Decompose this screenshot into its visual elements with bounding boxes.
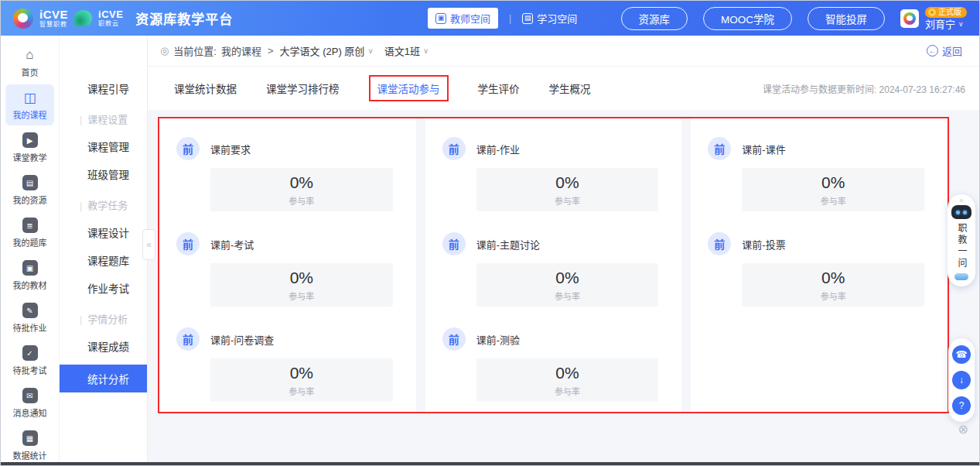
card-title: 课前-主题讨论 [476, 237, 540, 252]
breadcrumb-root[interactable]: 我的课程 [221, 43, 261, 58]
card-head: 前 课前-测验 [442, 327, 659, 351]
download-button[interactable]: ↓ [952, 371, 971, 389]
course-dropdown[interactable]: 大学语文 (2P) 原创 ∨ [280, 43, 374, 58]
class-dropdown[interactable]: 语文1班 ∨ [384, 43, 429, 58]
smart-screencast-button[interactable]: 智能投屏 [808, 7, 885, 30]
participation-stat: 0% 参与率 [210, 263, 393, 307]
sidebar-collapse-button[interactable]: « [142, 229, 155, 260]
sidebar-item-label: 数据统计 [13, 449, 47, 461]
participation-stat: 0% 参与率 [476, 263, 659, 307]
icve-zhijiaoyun-logo-text: iCVE 职教云 [98, 9, 123, 27]
version-badge-label: 正式版 [938, 9, 961, 16]
card-pre-class-courseware: 前 课前-课件 0% 参与率 [691, 128, 948, 223]
tab-student-evaluation[interactable]: 学生评价 [478, 81, 520, 96]
customer-support-button[interactable]: ☎ [952, 345, 971, 364]
back-button[interactable]: ← 返回 [927, 43, 962, 58]
participation-stat: 0% 参与率 [210, 358, 393, 402]
stat-value: 0% [290, 269, 313, 287]
sidebar-item-label: 我的题库 [13, 236, 47, 248]
tab-student-overview[interactable]: 学生概况 [549, 81, 591, 96]
pre-class-badge-icon: 前 [442, 327, 466, 351]
collapse-icon: « [146, 239, 152, 250]
robot-assistant-icon [951, 205, 971, 219]
stat-caption: 参与率 [555, 194, 580, 207]
card-head: 前 课前-投票 [708, 232, 924, 255]
sidebar-item-statistics[interactable]: ▦ 数据统计 [5, 425, 54, 466]
participation-stat: 0% 参与率 [742, 263, 924, 307]
sidebar-item-pending-homework[interactable]: ✎ 待批作业 [5, 297, 54, 338]
stat-value: 0% [555, 364, 579, 382]
participation-stat: 0% 参与率 [742, 168, 924, 211]
textbook-icon: ▣ [22, 260, 38, 276]
tab-activity-participation[interactable]: 课堂活动参与 [369, 75, 449, 101]
sidebar-item-label: 待批考试 [13, 364, 47, 376]
pre-class-badge-icon: 前 [176, 137, 200, 160]
teacher-space-button[interactable]: ▣ 教师空间 [428, 8, 498, 29]
vocational-qa-assistant-button[interactable]: ✳ 职教一问 [948, 194, 975, 286]
user-meta: ★ 正式版 刘育宁 ∨ [925, 7, 967, 29]
assistant-label: 职教一问 [957, 223, 966, 269]
submenu-item-course-management[interactable]: 课程管理 [60, 132, 147, 160]
back-arrow-icon: ← [927, 45, 938, 57]
sidebar-item-textbook[interactable]: ▣ 我的教材 [5, 255, 54, 296]
sidebar-item-my-resources[interactable]: ▤ 我的资源 [5, 170, 54, 211]
submenu-section-teaching-tasks: 教学任务 [60, 191, 147, 218]
submenu-item-course-grades[interactable]: 课程成绩 [60, 332, 147, 360]
card-head: 前 课前-问卷调查 [176, 327, 393, 351]
submenu-item-class-management[interactable]: 班级管理 [60, 160, 147, 188]
sidebar-item-question-bank[interactable]: ≣ 我的题库 [5, 212, 54, 253]
sidebar-item-my-courses[interactable]: ◫ 我的课程 [5, 84, 54, 125]
learning-space-label: 学习空间 [537, 11, 577, 26]
space-switcher: ▣ 教师空间 | ▤ 学习空间 [428, 1, 577, 36]
app-window: iCVE 智慧职教 iCVE 职教云 资源库教学平台 ▣ 教师空间 | ▤ 学习… [0, 0, 980, 466]
icve-zhihui-logo-text: iCVE 智慧职教 [39, 9, 68, 28]
resource-library-button[interactable]: 资源库 [621, 7, 688, 30]
card-head: 前 课前-考试 [176, 232, 393, 255]
breadcrumb-prefix: 当前位置: [173, 43, 217, 58]
card-pre-class-vote: 前 课前-投票 0% 参与率 [691, 223, 948, 318]
participation-stat: 0% 参与率 [210, 168, 393, 211]
stat-value: 0% [821, 173, 845, 192]
pre-class-badge-icon: 前 [176, 232, 200, 255]
card-head: 前 课前-主题讨论 [442, 232, 659, 255]
mooc-academy-button[interactable]: MOOC学院 [703, 7, 792, 30]
card-pre-class-requirement: 前 课前要求 0% 参与率 [159, 128, 416, 223]
sidebar-item-home[interactable]: ⌂ 首页 [5, 42, 54, 83]
card-head: 前 课前-课件 [708, 137, 924, 160]
submenu-item-course-question-bank[interactable]: 课程题库 [60, 246, 147, 274]
tab-classroom-statistics[interactable]: 课堂统计数据 [174, 81, 237, 96]
message-icon: ✉ [22, 388, 38, 403]
card-title: 课前-考试 [210, 237, 254, 252]
participation-stat: 0% 参与率 [476, 358, 659, 402]
my-resources-icon: ▤ [22, 175, 38, 190]
user-menu[interactable]: ★ 正式版 刘育宁 ∨ [900, 7, 967, 29]
tab-learning-ranking[interactable]: 课堂学习排行榜 [266, 81, 340, 96]
submenu-item-course-guide[interactable]: 课程引导 [60, 74, 147, 102]
submenu-item-homework-exam[interactable]: 作业考试 [60, 274, 147, 302]
close-toolbar-button[interactable]: ⊗ [958, 422, 968, 437]
stat-caption: 参与率 [289, 385, 314, 397]
stat-value: 0% [290, 173, 313, 192]
statistics-icon: ▦ [22, 430, 38, 446]
breadcrumb-separator: > [268, 45, 274, 57]
stat-value: 0% [555, 173, 579, 192]
space-divider: | [509, 13, 511, 24]
floating-toolbar: ☎ ↓ ? [948, 338, 975, 422]
sidebar-item-label: 消息通知 [13, 406, 47, 419]
sidebar-item-label: 首页 [22, 66, 39, 78]
version-badge: ★ 正式版 [925, 7, 967, 18]
submenu-item-statistical-analysis[interactable]: 统计分析 [60, 365, 147, 392]
help-button[interactable]: ? [952, 396, 971, 415]
sidebar-item-classroom-teaching[interactable]: ▶ 课堂教学 [5, 127, 54, 168]
card-title: 课前要求 [210, 142, 251, 156]
sidebar-item-pending-exam[interactable]: ✓ 待批考试 [5, 340, 54, 381]
submenu-item-course-design[interactable]: 课程设计 [60, 218, 147, 246]
logo2-title: iCVE [98, 9, 123, 19]
pre-class-badge-icon: 前 [442, 137, 466, 160]
question-bank-icon: ≣ [22, 218, 38, 233]
sidebar-item-messages[interactable]: ✉ 消息通知 [5, 382, 54, 423]
learning-space-button[interactable]: ▤ 学习空间 [522, 11, 577, 26]
stat-caption: 参与率 [555, 290, 580, 302]
top-header: iCVE 智慧职教 iCVE 职教云 资源库教学平台 ▣ 教师空间 | ▤ 学习… [1, 1, 979, 36]
header-actions: 资源库 MOOC学院 智能投屏 ★ 正式版 刘育宁 ∨ [621, 7, 968, 30]
